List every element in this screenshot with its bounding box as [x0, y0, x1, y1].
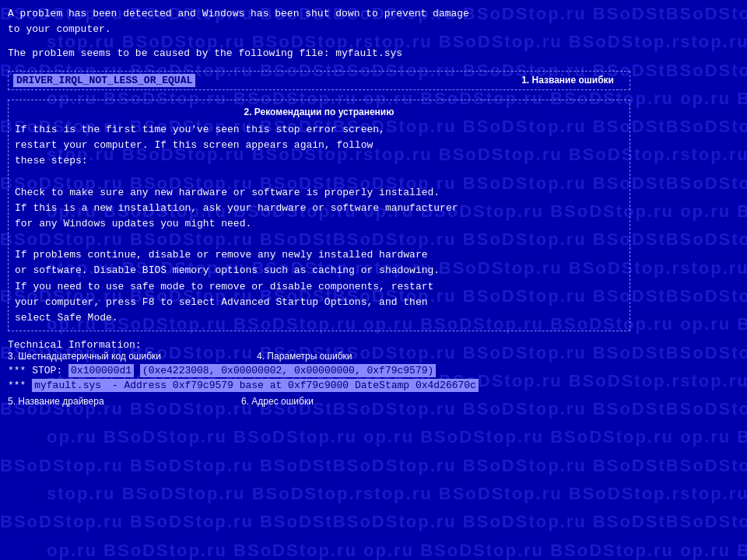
watermark-row: BSoDStop.ru BSoDStop.ru BSoDStBSoDStop.r…	[0, 508, 747, 536]
section2-label: 2. Рекомендации по устранению	[15, 105, 623, 120]
watermark-row: stop.ru BSoDStop.ru BSoDStop.rstop.ru BS…	[0, 480, 747, 508]
rec-line3: these steps:	[15, 153, 623, 169]
stop-code: 0x100000d1	[68, 364, 134, 377]
driver-line: *** myfault.sys - Address 0xf79c9579 bas…	[8, 380, 630, 391]
bsod-content: A problem has been detected and Windows …	[0, 0, 638, 413]
driver-name: myfault.sys	[32, 379, 103, 392]
watermark-row: op.ru BSoDStop.ru BSoDStop.ru op.ru BSoD…	[0, 537, 747, 560]
intro-text: A problem has been detected and Windows …	[8, 6, 630, 37]
rec-line9: If problems continue, disable or remove …	[15, 247, 623, 263]
error-name-box: DRIVER_IRQL_NOT_LESS_OR_EQUAL 1. Названи…	[8, 71, 630, 90]
rec-line7: for any Windows updates you might need.	[15, 216, 623, 232]
rec-line12: your computer, press F8 to select Advanc…	[15, 295, 623, 310]
rec-line11: If you need to use safe mode to remove o…	[15, 279, 623, 295]
rec-line5: Check to make sure any new hardware or s…	[15, 185, 623, 201]
section5-label: 5. Название драйвера	[8, 396, 241, 407]
section6-label: 6. Адрес ошибки	[241, 396, 630, 407]
stop-label: *** STOP:	[8, 365, 62, 376]
intro-line1: A problem has been detected and Windows …	[8, 8, 469, 19]
cause-line: The problem seems to be caused by the fo…	[8, 47, 402, 59]
error-name-label: DRIVER_IRQL_NOT_LESS_OR_EQUAL	[13, 74, 195, 87]
rec-line6: If this is a new installation, ask your …	[15, 201, 623, 216]
rec-line10: or software. Disable BIOS memory options…	[15, 263, 623, 278]
section3-label: 3. Шестнадцатеричный код ошибки	[8, 351, 257, 362]
recommendation-box: 2. Рекомендации по устранению If this is…	[8, 100, 630, 331]
driver-rest: - Address 0xf79c9579 base at 0xf79c9000 …	[103, 379, 479, 392]
section1-label: 1. Название ошибки	[521, 75, 614, 86]
watermark-row: BSoDStop.ru BSoDStop.ru BSoDStBSoDStop.r…	[0, 452, 747, 480]
bottom-labels: 5. Название драйвера 6. Адрес ошибки	[8, 396, 630, 407]
watermark-row: op.ru BSoDStop.ru BSoDStop.ru op.ru BSoD…	[0, 423, 747, 451]
stop-labels-row: 3. Шестнадцатеричный код ошибки 4. Парам…	[8, 351, 630, 362]
tech-info-label: Technical Information:	[8, 339, 630, 351]
rec-line2: restart your computer. If this screen ap…	[15, 138, 623, 153]
stop-params: (0xe4223008, 0x00000002, 0x00000000, 0xf…	[140, 364, 436, 377]
tech-info: Technical Information: 3. Шестнадцатерич…	[8, 339, 630, 407]
intro-line2: to your computer.	[8, 23, 111, 35]
rec-line1: If this is the first time you've seen th…	[15, 122, 623, 138]
stop-line: *** STOP: 0x100000d1 (0xe4223008, 0x0000…	[8, 365, 630, 376]
driver-prefix: ***	[8, 380, 32, 391]
section4-label: 4. Параметры ошибки	[257, 351, 630, 362]
cause-text: The problem seems to be caused by the fo…	[8, 46, 630, 61]
rec-line13: select Safe Mode.	[15, 310, 623, 326]
